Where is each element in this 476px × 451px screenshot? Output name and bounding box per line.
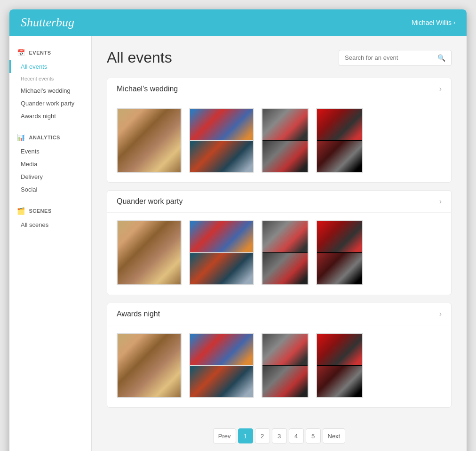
sidebar-item-social[interactable]: Social [9, 183, 91, 196]
photo-2-4[interactable] [316, 220, 363, 285]
photo-1-3[interactable] [262, 108, 309, 173]
event-section-2: Quander work party › [107, 190, 452, 295]
event-name-2: Quander work party [117, 197, 183, 206]
event-photos-2 [107, 213, 451, 295]
user-menu-chevron: › [453, 19, 455, 26]
main-body: 📅 EVENTS All events Recent events Michae… [9, 36, 467, 451]
sidebar-item-all-scenes[interactable]: All scenes [9, 218, 91, 231]
photo-1-4[interactable] [316, 108, 363, 173]
sidebar-item-awards-night[interactable]: Awards night [9, 110, 91, 122]
sidebar-scenes-header: 🗂️ SCENES [9, 203, 91, 218]
pagination-page-3[interactable]: 3 [272, 428, 287, 443]
sidebar-item-delivery[interactable]: Delivery [9, 170, 91, 183]
pagination-page-2[interactable]: 2 [255, 428, 270, 443]
photo-2-3[interactable] [262, 220, 309, 285]
sidebar-item-michaels-wedding[interactable]: Michael's wedding [9, 84, 91, 97]
sidebar-item-media[interactable]: Media [9, 158, 91, 170]
pagination-next[interactable]: Next [323, 428, 346, 443]
pagination-page-1[interactable]: 1 [238, 428, 253, 443]
content-header: All events 🔍 [107, 49, 452, 66]
scenes-icon: 🗂️ [17, 207, 25, 215]
search-box[interactable]: 🔍 [339, 50, 452, 66]
event-name-1: Michael's wedding [117, 85, 178, 93]
photo-2-2[interactable] [189, 220, 254, 285]
sidebar-events-header: 📅 EVENTS [9, 45, 91, 60]
sidebar-analytics-header: 📊 ANALYTICS [9, 130, 91, 145]
search-icon: 🔍 [437, 54, 445, 62]
photo-3-4[interactable] [316, 333, 363, 398]
event-chevron-2: › [439, 197, 442, 206]
event-photos-1 [107, 100, 451, 182]
pagination: Prev 1 2 3 4 5 Next [107, 415, 452, 447]
event-section-header-3[interactable]: Awards night › [107, 303, 451, 325]
sidebar-scenes-label: SCENES [29, 208, 52, 214]
app-shell: Shutterbug Michael Willis › 📅 EVENTS All… [9, 9, 467, 451]
event-chevron-3: › [439, 310, 442, 318]
content-area: All events 🔍 Michael's wedding › [92, 36, 467, 451]
top-nav: Shutterbug Michael Willis › [9, 9, 467, 36]
pagination-page-4[interactable]: 4 [289, 428, 304, 443]
pagination-page-5[interactable]: 5 [306, 428, 321, 443]
photo-3-2[interactable] [189, 333, 254, 398]
event-photos-3 [107, 325, 451, 407]
sidebar-events-label: EVENTS [29, 50, 51, 56]
app-logo: Shutterbug [21, 16, 74, 30]
photo-3-3[interactable] [262, 333, 309, 398]
analytics-icon: 📊 [17, 134, 25, 141]
search-input[interactable] [345, 54, 434, 61]
user-name: Michael Willis [412, 19, 452, 26]
event-name-3: Awards night [117, 310, 160, 318]
event-section-1: Michael's wedding › [107, 78, 452, 183]
page-title: All events [107, 49, 172, 66]
photo-1-2[interactable] [189, 108, 254, 173]
sidebar-analytics-label: ANALYTICS [29, 135, 60, 140]
sidebar-item-events[interactable]: Events [9, 145, 91, 158]
photo-3-1[interactable] [117, 333, 182, 398]
event-section-3: Awards night › [107, 303, 452, 408]
photo-2-1[interactable] [117, 220, 182, 285]
photo-1-1[interactable] [117, 108, 182, 173]
sidebar-recent-events-label: Recent events [9, 73, 91, 84]
pagination-prev[interactable]: Prev [213, 428, 236, 443]
event-chevron-1: › [439, 85, 442, 93]
sidebar-item-quander-work-party[interactable]: Quander work party [9, 97, 91, 110]
event-section-header-2[interactable]: Quander work party › [107, 191, 451, 213]
event-section-header-1[interactable]: Michael's wedding › [107, 78, 451, 100]
sidebar-item-all-events[interactable]: All events [9, 60, 91, 73]
calendar-icon: 📅 [17, 49, 25, 56]
sidebar: 📅 EVENTS All events Recent events Michae… [9, 36, 92, 451]
user-menu[interactable]: Michael Willis › [412, 19, 455, 26]
